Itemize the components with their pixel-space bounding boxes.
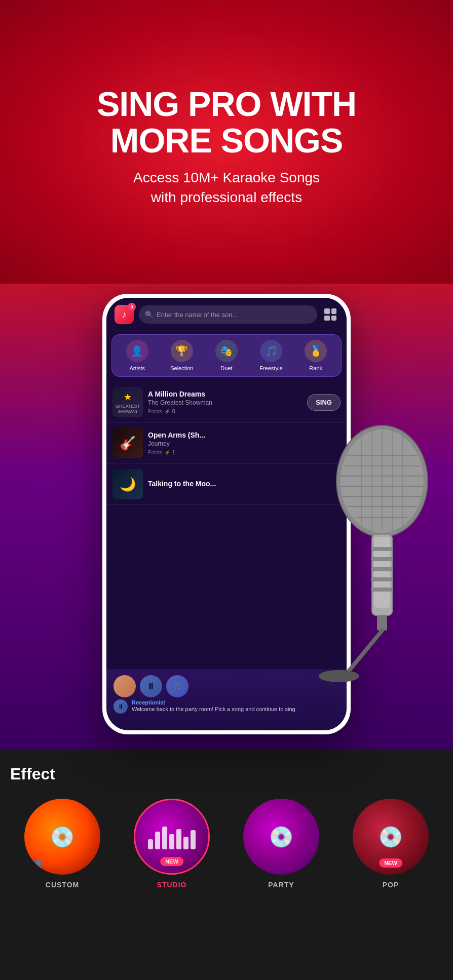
selection-icon: 🏆 <box>171 340 193 362</box>
song-title-1: A Million Dreams <box>148 390 302 398</box>
app-icon[interactable]: 9 <box>115 305 134 324</box>
avatar-blue[interactable]: ⏸ <box>140 675 162 697</box>
bar-6 <box>183 837 188 849</box>
svg-rect-20 <box>371 587 393 592</box>
song-cover-3: 🌙 <box>112 469 143 499</box>
pop-new-badge: NEW <box>379 858 402 868</box>
bar-2 <box>155 832 160 849</box>
svg-rect-17 <box>371 557 393 561</box>
duet-icon: 🎭 <box>215 340 238 362</box>
grid-cell-4 <box>331 316 337 321</box>
bar-4 <box>169 834 174 849</box>
artists-label: Artists <box>129 365 145 371</box>
svg-rect-21 <box>377 615 387 631</box>
song-cover-2: 🎸 <box>112 428 143 458</box>
hero-section: SING PRO WITH MORE SONGS Access 10M+ Kar… <box>0 0 453 284</box>
avatar-main[interactable] <box>114 675 136 697</box>
points-icon-2: ⚡ <box>164 450 170 455</box>
svg-rect-19 <box>371 577 393 581</box>
bar-1 <box>148 839 153 849</box>
artists-icon: 👤 <box>126 340 148 362</box>
hero-subtitle: Access 10M+ Karaoke Songs with professio… <box>133 168 320 207</box>
effect-item-party[interactable]: 💿 PARTY <box>229 799 333 889</box>
custom-people-icon: 👥 <box>30 857 42 869</box>
song-info-1: A Million Dreams The Greatest Showman Po… <box>148 390 302 414</box>
effect-label-pop: POP <box>383 881 399 889</box>
freestyle-label: Freestyle <box>259 365 282 371</box>
duet-label: Duet <box>220 365 232 371</box>
tab-duet[interactable]: 🎭 Duet <box>215 340 238 371</box>
hero-title: SING PRO WITH MORE SONGS <box>97 86 356 159</box>
effect-section-title: Effect <box>10 765 443 783</box>
grid-cell-1 <box>324 308 330 314</box>
svg-line-22 <box>347 631 382 674</box>
points-value-1: 0 <box>172 408 175 414</box>
svg-rect-18 <box>371 567 393 571</box>
effect-item-studio[interactable]: NEW STUDIO <box>120 799 224 889</box>
effect-item-pop[interactable]: 💿 NEW POP <box>338 799 443 889</box>
grid-view-icon[interactable] <box>322 306 338 323</box>
phone-section: 9 🔍 Enter the name of the son... 👤 Art <box>0 284 453 750</box>
points-value-2: 1 <box>172 449 175 455</box>
avatar-music[interactable]: 🎵 <box>166 675 188 697</box>
search-placeholder-text: Enter the name of the son... <box>157 311 238 319</box>
effect-label-studio: STUDIO <box>157 881 187 889</box>
points-icon-1: ⚡ <box>164 409 170 414</box>
notification-badge: 9 <box>128 303 136 311</box>
effect-label-party: PARTY <box>268 881 294 889</box>
freestyle-icon: 🎵 <box>260 340 282 362</box>
tab-selection[interactable]: 🏆 Selection <box>170 340 193 371</box>
chat-avatar: ⏸ <box>114 699 128 714</box>
effect-item-custom[interactable]: 💿 👥 CUSTOM <box>10 799 115 889</box>
bar-3 <box>162 827 167 849</box>
svg-point-23 <box>319 670 359 682</box>
svg-rect-16 <box>371 547 393 551</box>
microphone-decoration <box>296 365 453 719</box>
effect-circle-custom: 💿 👥 <box>24 799 100 875</box>
effect-circle-studio: NEW <box>134 799 210 875</box>
rank-icon: 🥇 <box>305 340 327 362</box>
effect-label-custom: CUSTOM <box>46 881 79 889</box>
studio-new-badge: NEW <box>160 857 183 866</box>
screen-header: 9 🔍 Enter the name of the son... <box>106 298 347 331</box>
effect-grid: 💿 👥 CUSTOM NEW STUDIO <box>10 799 443 889</box>
search-bar[interactable]: 🔍 Enter the name of the son... <box>139 305 317 324</box>
song-artist-1: The Greatest Showman <box>148 399 302 406</box>
effect-circle-pop: 💿 NEW <box>353 799 429 875</box>
tab-artists[interactable]: 👤 Artists <box>126 340 148 371</box>
bar-7 <box>191 830 196 849</box>
search-icon: 🔍 <box>145 310 154 319</box>
song-points-1: Points ⚡ 0 <box>148 408 302 414</box>
selection-label: Selection <box>170 365 193 371</box>
grid-cell-2 <box>331 308 337 314</box>
effect-section: Effect 💿 👥 CUSTOM NEW <box>0 750 453 980</box>
effect-circle-party: 💿 <box>243 799 319 875</box>
grid-cell-3 <box>324 316 330 321</box>
bar-5 <box>176 829 181 849</box>
studio-bars <box>148 824 196 849</box>
song-cover-1: ★ GREATEST SHOWMAN <box>112 387 143 417</box>
tab-freestyle[interactable]: 🎵 Freestyle <box>259 340 282 371</box>
